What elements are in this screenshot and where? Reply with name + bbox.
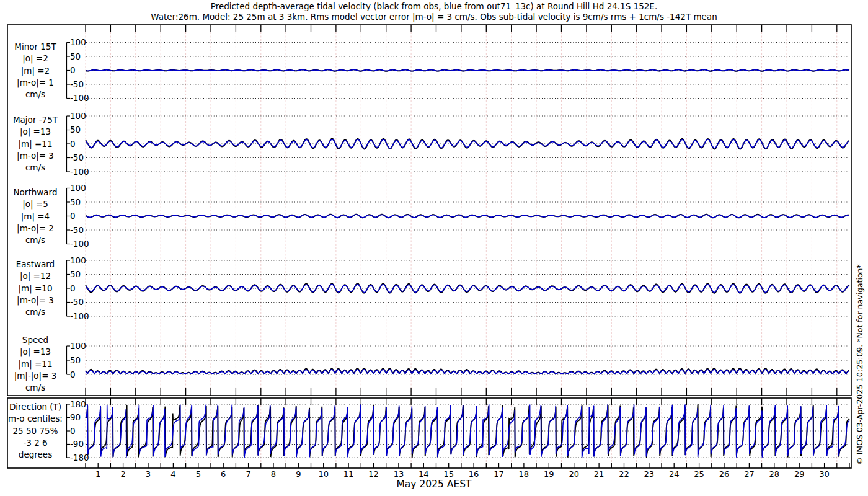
x-tick-label: 28 (764, 469, 785, 479)
x-tick-label: 10 (313, 469, 334, 479)
y-tick-label: 0 (70, 138, 76, 149)
error-rms: |m-o|= 3 (4, 294, 67, 306)
model-rms: |m| =11 (4, 138, 67, 150)
x-tick-label: 5 (188, 469, 209, 479)
northward-velocity-model-line (86, 215, 849, 218)
y-tick-label: -100 (70, 166, 89, 177)
x-tick-label: 30 (814, 469, 835, 479)
upper-panels-frame (7, 25, 851, 396)
x-tick-label: 20 (564, 469, 585, 479)
y-tick-label: 50 (70, 124, 81, 135)
error-rms: |m-o|= 1 (4, 77, 67, 89)
x-tick-label: 25 (689, 469, 710, 479)
panel-label-major: Major -75T |o| =13 |m| =11 |m-o|= 3 cm/s (4, 114, 67, 174)
y-tick-label: 100 (70, 182, 86, 193)
x-tick-label: 13 (388, 469, 409, 479)
x-axis-label: May 2025 AEST (335, 479, 533, 490)
x-tick-label: 29 (789, 469, 810, 479)
centile-levels: 25 50 75% (4, 425, 67, 437)
obs-rms: |o| =2 (4, 53, 67, 64)
y-tick-label: -50 (70, 79, 84, 90)
obs-rms: |o| =5 (4, 198, 67, 210)
x-tick-label: 27 (738, 469, 760, 479)
x-tick-label: 15 (438, 469, 459, 479)
panel-title: Minor 15T (4, 41, 67, 53)
units-label: cm/s (4, 234, 67, 246)
y-tick-label: 0 (70, 64, 76, 76)
x-tick-label: 2 (113, 469, 134, 479)
units-label: cm/s (4, 89, 67, 100)
obs-rms: |o| =13 (4, 126, 67, 138)
panel-label-minor: Minor 15T |o| =2 |m| =2 |m-o|= 1 cm/s (4, 41, 67, 100)
x-tick-label: 26 (714, 469, 735, 479)
y-tick-label: 50 (70, 268, 81, 280)
y-tick-label: -180 (70, 452, 89, 463)
units-label: cm/s (4, 306, 67, 318)
x-tick-label: 24 (663, 469, 684, 479)
panel-label-direction: Direction (T) m-o centiles: 25 50 75% -3… (4, 401, 67, 461)
y-tick-label: 50 (70, 51, 81, 62)
x-tick-label: 9 (288, 469, 309, 479)
y-tick-label: -50 (70, 296, 84, 308)
y-tick-label: -100 (70, 238, 89, 249)
x-tick-label: 6 (213, 469, 234, 479)
error-rms: |m-o|= 2 (4, 223, 67, 234)
y-tick-label: 0 (70, 283, 76, 294)
x-tick-label: 12 (363, 469, 384, 479)
x-tick-label: 7 (238, 469, 259, 479)
panel-title: Eastward (4, 259, 67, 270)
error-rms: |m|-|o|= 3 (4, 370, 67, 382)
centile-values: -3 2 6 (4, 437, 67, 449)
x-tick-label: 4 (162, 469, 184, 479)
plot-canvas (0, 0, 868, 496)
error-rms: |m-o|= 3 (4, 150, 67, 162)
units-label: cm/s (4, 162, 67, 174)
units-label: degrees (4, 449, 67, 461)
y-tick-label: 100 (70, 340, 86, 352)
y-tick-label: 0 (70, 369, 76, 380)
panel-title: Speed (4, 334, 67, 346)
x-tick-label: 8 (263, 469, 284, 479)
y-tick-label: 50 (70, 355, 81, 366)
obs-rms: |o| =13 (4, 346, 67, 358)
y-tick-label: -90 (70, 438, 84, 450)
obs-rms: |o| =12 (4, 270, 67, 282)
x-tick-label: 3 (138, 469, 159, 479)
imos-watermark: © IMOS 03-Apr-2025 10:25:09. *Not for na… (855, 264, 864, 465)
y-tick-label: 0 (70, 210, 76, 221)
y-tick-label: -100 (70, 311, 89, 322)
model-rms: |m| =11 (4, 358, 67, 370)
x-tick-label: 23 (639, 469, 660, 479)
y-tick-label: 180 (70, 399, 86, 410)
model-rms: |m| =2 (4, 65, 67, 77)
panel-title: Major -75T (4, 114, 67, 126)
y-tick-label: -100 (70, 92, 89, 104)
x-tick-label: 22 (613, 469, 634, 479)
x-tick-label: 14 (413, 469, 434, 479)
x-tick-label: 18 (513, 469, 534, 479)
y-tick-label: 50 (70, 197, 81, 208)
minor-axis-velocity-model-line (86, 70, 849, 71)
y-tick-label: -50 (70, 224, 84, 236)
panel-title: Northward (4, 187, 67, 198)
centiles-caption: m-o centiles: (4, 413, 67, 425)
panel-title: Direction (T) (4, 401, 67, 413)
y-tick-label: 100 (70, 255, 86, 266)
panel-label-northward: Northward |o| =5 |m| =4 |m-o|= 2 cm/s (4, 187, 67, 246)
y-tick-label: -50 (70, 152, 84, 163)
units-label: cm/s (4, 382, 67, 394)
x-tick-label: 1 (87, 469, 108, 479)
y-tick-label: 90 (70, 412, 81, 423)
panel-label-eastward: Eastward |o| =12 |m| =10 |m-o|= 3 cm/s (4, 259, 67, 318)
x-tick-label: 21 (588, 469, 609, 479)
panel-label-speed: Speed |o| =13 |m| =11 |m|-|o|= 3 cm/s (4, 334, 67, 394)
x-tick-label: 16 (463, 469, 484, 479)
tidal-velocity-figure: Predicted depth-average tidal velocity (… (0, 0, 868, 496)
model-rms: |m| =10 (4, 283, 67, 294)
model-rms: |m| =4 (4, 211, 67, 223)
y-tick-label: 0 (70, 425, 76, 436)
x-tick-label: 11 (338, 469, 359, 479)
x-tick-label: 19 (538, 469, 559, 479)
x-tick-label: 17 (488, 469, 509, 479)
y-tick-label: 100 (70, 110, 86, 122)
